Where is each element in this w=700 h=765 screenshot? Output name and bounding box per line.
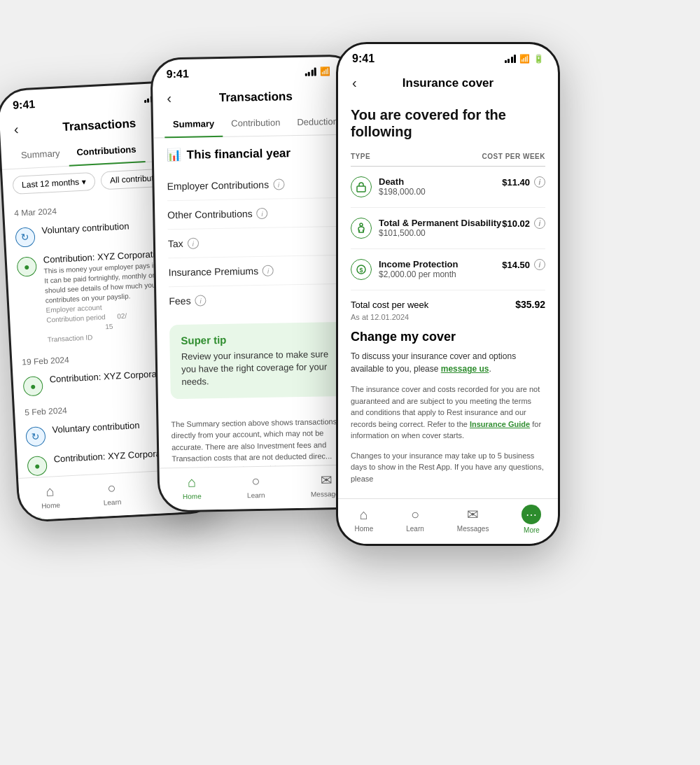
insurance-guide-link[interactable]: Insurance Guide [470,420,530,428]
phone-insurance-cover: 9:41 📶 🔋 ‹ Insurance cover You are cover… [336,42,560,546]
learn-icon-3: ○ [411,507,419,523]
chart-icon: 📊 [167,148,181,162]
tx-label-voluntary-1: Voluntary contribution [41,220,130,236]
nav-learn-label-2: Learn [247,491,265,498]
nav-home-1[interactable]: ⌂ Home [41,483,61,510]
summary-section: 📊 This financial year Employer Contribut… [153,134,364,419]
status-bar-3: 9:41 📶 🔋 [338,44,558,69]
filter-period-label: Last 12 months [22,177,80,190]
nav-learn-3[interactable]: ○ Learn [406,507,424,533]
messages-icon-2: ✉ [321,471,332,488]
tpd-amount: $101,500.00 [379,228,501,238]
nav-home-label-2: Home [183,492,202,500]
tab-summary-1[interactable]: Summary [12,141,69,169]
total-label: Total cost per week [351,300,428,310]
summary-row-other: Other Contributions i [167,198,349,230]
back-button-1[interactable]: ‹ [13,121,19,137]
tabs-2: Summary Contribution Deductions [153,108,360,138]
nav-learn-1[interactable]: ○ Learn [102,479,121,506]
bottom-nav-3: ⌂ Home ○ Learn ✉ Messages ⋯ More [338,498,558,544]
fees-label: Fees [169,295,190,307]
insurance-cover-title: You are covered for the following [351,106,545,140]
nav-learn-2[interactable]: ○ Learn [246,472,265,498]
insurance-label: Insurance Premiums [169,265,259,278]
super-tip-box: Super tip Review your insurance to make … [169,322,351,399]
tab-summary-2[interactable]: Summary [164,111,223,138]
summary-row-tax: Tax i [168,227,349,258]
type-col-header: TYPE [351,153,370,160]
svg-point-1 [360,223,363,226]
help-icon-fees[interactable]: i [195,295,206,306]
time-3: 9:41 [352,52,374,65]
total-cost: $35.92 [515,299,545,310]
tpd-icon [351,218,372,239]
section-title: 📊 This financial year [167,145,347,162]
wifi-icon-2: 📶 [320,66,330,76]
insurance-disclaimer-1: The insurance cover and costs recorded f… [351,384,545,442]
page-title-2: Transactions [219,90,293,105]
nav-messages-3[interactable]: ✉ Messages [457,506,489,533]
back-button-3[interactable]: ‹ [352,75,357,91]
messages-icon-3: ✉ [467,506,479,523]
total-row: Total cost per week $35.92 [351,290,545,313]
tx-label-contrib-2: Contribution: XYZ Corporation [49,367,172,384]
tpd-cost: $10.02 [502,218,530,229]
income-amount: $2,000.00 per month [379,269,458,279]
status-icons-3: 📶 🔋 [505,54,545,64]
summary-row-employer: Employer Contributions i [167,169,348,201]
as-at-date: As at 12.01.2024 [351,313,545,321]
svg-rect-0 [357,186,365,192]
help-icon-employer[interactable]: i [273,178,284,190]
help-icon-tpd[interactable]: i [534,218,545,229]
battery-icon-3: 🔋 [533,54,544,64]
other-contrib-label: Other Contributions [167,208,253,220]
nav-learn-label-3: Learn [406,525,424,533]
help-icon-other[interactable]: i [257,208,268,219]
tx-icon-voluntary-2: ↻ [25,426,46,447]
help-icon-death[interactable]: i [534,176,545,188]
employer-contrib-label: Employer Contributions [167,179,269,192]
super-tip-title: Super tip [181,332,339,346]
filter-period[interactable]: Last 12 months ▾ [12,172,95,195]
back-button-2[interactable]: ‹ [167,90,172,106]
home-icon-3: ⌂ [360,507,368,523]
time-2: 9:41 [167,68,189,81]
tax-label: Tax [168,238,183,249]
insurance-content: You are covered for the following TYPE C… [338,97,558,494]
wifi-icon-3: 📶 [519,54,530,64]
tpd-name: Total & Permanent Disability [379,218,501,228]
learn-icon-2: ○ [251,473,260,489]
time-1: 9:41 [13,98,36,112]
page-title-3: Insurance cover [402,76,493,90]
super-tip-text: Review your insurance to make sure you h… [181,348,340,388]
svg-text:$: $ [359,267,363,274]
status-bar-2: 9:41 📶 🔋 [152,56,358,85]
message-us-link[interactable]: message us [441,364,489,374]
nav-more-3[interactable]: ⋯ More [522,505,541,534]
nav-header-3: ‹ Insurance cover [338,69,558,97]
help-icon-tax[interactable]: i [188,237,199,248]
nav-messages-label-3: Messages [457,525,489,533]
coverage-income: $ Income Protection $2,000.00 per month … [351,249,545,290]
death-cost: $11.40 [502,177,530,188]
death-icon [351,176,372,197]
home-icon-1: ⌂ [46,483,55,500]
learn-icon-1: ○ [107,479,116,496]
summary-row-fees: Fees i [169,284,350,315]
signal-icon-3 [505,55,517,63]
change-my-cover-text: To discuss your insurance cover and opti… [351,350,545,375]
help-icon-income[interactable]: i [534,259,545,270]
tx-icon-contrib-1: ● [17,256,37,276]
death-amount: $198,000.00 [379,187,426,197]
tab-contribution-2[interactable]: Contribution [223,110,289,137]
bottom-nav-2: ⌂ Home ○ Learn ✉ Messages [160,464,366,510]
nav-home-3[interactable]: ⌂ Home [355,507,374,533]
tx-icon-contrib-3: ● [27,456,47,476]
home-icon-2: ⌂ [188,474,196,490]
coverage-tpd: Total & Permanent Disability $101,500.00… [351,208,545,249]
nav-home-2[interactable]: ⌂ Home [182,474,201,500]
income-icon: $ [351,259,372,280]
help-icon-insurance[interactable]: i [262,265,274,276]
tab-contributions-1[interactable]: Contributions [68,136,146,167]
page-title-1: Transactions [62,116,136,134]
